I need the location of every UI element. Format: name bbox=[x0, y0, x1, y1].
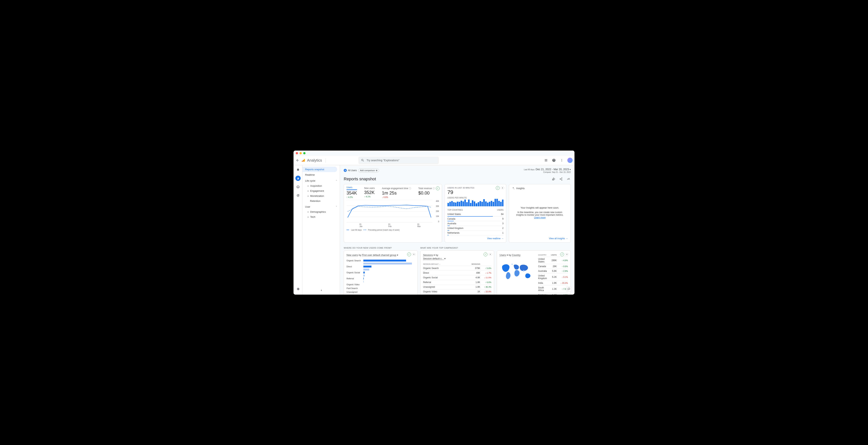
quality-badge[interactable]: ✓ bbox=[496, 186, 500, 190]
close-dot[interactable] bbox=[296, 152, 298, 154]
sidebar-section-user[interactable]: User⌃ bbox=[303, 204, 340, 209]
avatar[interactable] bbox=[567, 158, 572, 163]
table-row[interactable]: Canada28K↑ 0.6% bbox=[538, 264, 568, 269]
card-menu[interactable]: ▾ bbox=[489, 253, 492, 256]
collapse-sidebar-button[interactable] bbox=[320, 289, 323, 293]
table-row[interactable]: India1.9K↓ 20.3% bbox=[538, 281, 568, 285]
table-row[interactable]: United Kingdom5.2K↓ 0.1% bbox=[538, 273, 568, 281]
caret-right-icon: ▸ bbox=[308, 190, 309, 192]
search-input[interactable]: Try searching "Explorations" bbox=[358, 157, 439, 164]
table-row[interactable]: Australia3 bbox=[447, 221, 504, 226]
more-button[interactable] bbox=[559, 158, 564, 163]
sidebar-item-acquisition[interactable]: ▸Acquisition bbox=[303, 183, 340, 189]
quality-badge[interactable]: ✓ bbox=[407, 252, 411, 256]
sidebar-item-realtime[interactable]: Realtime bbox=[303, 172, 340, 177]
table-row[interactable]: Germany1.1K↑ 4.1% bbox=[538, 293, 568, 295]
chevron-up-icon: ⌃ bbox=[336, 206, 337, 208]
sidebar-section-life-cycle[interactable]: Life cycle⌃ bbox=[303, 177, 340, 183]
sidebar-item-reports-snapshot[interactable]: Reports snapshot bbox=[303, 167, 337, 172]
metrics-card: ✓ Users354K↑ 4.2%New users352K↑ 4.1%Aver… bbox=[344, 184, 442, 243]
card-menu[interactable]: ▾ bbox=[565, 253, 569, 256]
minimize-dot[interactable] bbox=[300, 152, 302, 154]
app-logo[interactable]: Analytics bbox=[302, 158, 326, 163]
apps-button[interactable] bbox=[544, 158, 548, 163]
rail-explore[interactable] bbox=[296, 184, 301, 190]
sidebar-item-retention[interactable]: Retention bbox=[303, 199, 340, 204]
realtime-head: USERS IN LAST 30 MINUTES bbox=[447, 187, 504, 189]
svg-point-3 bbox=[562, 159, 562, 160]
table-row[interactable]: United States289K↑ 4.9% bbox=[538, 256, 568, 264]
line-chart-svg bbox=[346, 200, 439, 222]
rail-home[interactable] bbox=[296, 167, 301, 172]
sidebar: Reports snapshot Realtime Life cycle⌃ ▸A… bbox=[303, 165, 340, 295]
chevron-left-icon bbox=[320, 289, 323, 292]
quality-badge[interactable]: ✓ bbox=[560, 252, 564, 256]
help-icon bbox=[552, 159, 556, 162]
svg-rect-1 bbox=[303, 160, 304, 162]
quality-badge[interactable]: ✓ bbox=[436, 186, 440, 190]
bar-row: Direct bbox=[346, 265, 415, 268]
insights-body: Your Insights will appear here soon. In … bbox=[512, 190, 568, 235]
sidebar-item-tech[interactable]: ▸Tech bbox=[303, 214, 340, 219]
caret-right-icon: ▸ bbox=[308, 195, 309, 197]
sidebar-item-demographics[interactable]: ▸Demographics bbox=[303, 209, 340, 214]
add-comparison-button[interactable]: Add comparison ⊕ bbox=[358, 169, 379, 172]
realtime-card: ✓▾ USERS IN LAST 30 MINUTES 79 USERS PER… bbox=[445, 184, 506, 243]
sidebar-item-monetization[interactable]: ▸Monetization bbox=[303, 194, 340, 199]
table-row[interactable]: Organic Video1K↓ 33.8% bbox=[423, 289, 492, 294]
date-range-picker[interactable]: Last 90 daysDec 21, 2022 - Mar 20, 2023 … bbox=[524, 168, 571, 173]
overview-row: ✓ Users354K↑ 4.2%New users352K↑ 4.1%Aver… bbox=[344, 184, 571, 243]
geo-card: ✓▾ Users ▾ by Country bbox=[497, 250, 571, 295]
arrow-right-icon: → bbox=[566, 237, 568, 240]
metric-users[interactable]: Users354K↑ 4.2% bbox=[346, 187, 357, 198]
rail-admin[interactable] bbox=[296, 286, 301, 292]
rail-reports[interactable] bbox=[296, 176, 301, 181]
help-button[interactable] bbox=[552, 158, 556, 163]
feedback-button[interactable] bbox=[566, 286, 571, 292]
geo-selector[interactable]: Users ▾ by Country bbox=[500, 253, 535, 257]
acquisition-selector[interactable]: New users by First user default channel … bbox=[346, 253, 415, 257]
learn-more-link[interactable]: Learn more bbox=[534, 216, 546, 219]
view-all-insights-link[interactable]: View all insights→ bbox=[512, 235, 568, 240]
table-row[interactable]: United States64 bbox=[447, 212, 504, 216]
table-row[interactable]: Organic Social4.8K↓ 11.5% bbox=[423, 275, 492, 280]
metric-average-engagement-time[interactable]: Average engagement time ⓘ1m 25s↓ 8.6% bbox=[382, 187, 411, 198]
back-button[interactable] bbox=[296, 158, 300, 163]
per-minute-head: USERS PER MINUTE bbox=[447, 197, 504, 199]
table-row[interactable]: Unassigned1.8K↑ 36.3% bbox=[423, 284, 492, 289]
countries-table: United States64Canada9Australia3United K… bbox=[447, 212, 504, 235]
insights-button[interactable] bbox=[566, 177, 571, 181]
sparkle-icon bbox=[512, 187, 515, 190]
campaigns-selector[interactable]: Sessions ▾ bySession default c... ▾ bbox=[423, 253, 492, 261]
table-row[interactable]: Australia5.6K↑ 2.9% bbox=[538, 269, 568, 273]
campaigns-card: ✓▾ Sessions ▾ bySession default c... ▾ S… bbox=[420, 250, 494, 295]
table-row[interactable]: Netherlands1 bbox=[447, 231, 504, 235]
card-menu[interactable]: ▾ bbox=[412, 253, 416, 256]
table-row[interactable]: Canada9 bbox=[447, 216, 504, 221]
compare-range: Compare: Sep 21 - Dec 19, 2022 bbox=[524, 171, 571, 173]
metric-new-users[interactable]: New users352K↑ 4.1% bbox=[364, 187, 375, 198]
customize-button[interactable] bbox=[551, 177, 556, 181]
apps-grid-icon bbox=[544, 159, 548, 162]
table-row[interactable]: Paid Search12↑ 200.0% bbox=[423, 294, 492, 295]
zoom-dot[interactable] bbox=[303, 152, 306, 154]
dashed-line-icon bbox=[364, 230, 366, 230]
sidebar-item-engagement[interactable]: ▸Engagement bbox=[303, 189, 340, 194]
svg-point-17 bbox=[512, 264, 513, 265]
metric-total-revenue[interactable]: Total revenue ⓘ$0.00 bbox=[418, 187, 435, 196]
segment-all-users[interactable]: A All Users bbox=[344, 169, 357, 172]
share-icon bbox=[559, 177, 563, 181]
x-axis-labels: 01Jan 01Feb 01Mar bbox=[346, 224, 439, 228]
share-button[interactable] bbox=[559, 177, 563, 181]
rail-advertising[interactable] bbox=[296, 193, 301, 198]
table-row[interactable]: United Kingdom2 bbox=[447, 226, 504, 231]
svg-point-4 bbox=[562, 160, 562, 161]
card-menu[interactable]: ▾ bbox=[501, 186, 504, 189]
table-row[interactable]: South Africa1.3K↑ 7.5% bbox=[538, 285, 568, 293]
bar-row: Organic Video bbox=[346, 283, 415, 286]
view-realtime-link[interactable]: View realtime→ bbox=[447, 235, 504, 240]
table-row[interactable]: Organic Search379K↑ 5.6% bbox=[423, 266, 492, 271]
table-row[interactable]: Direct49K↓ 1.7% bbox=[423, 271, 492, 275]
quality-badge[interactable]: ✓ bbox=[484, 252, 487, 256]
table-row[interactable]: Referral1.8K↑ 6.6% bbox=[423, 280, 492, 284]
